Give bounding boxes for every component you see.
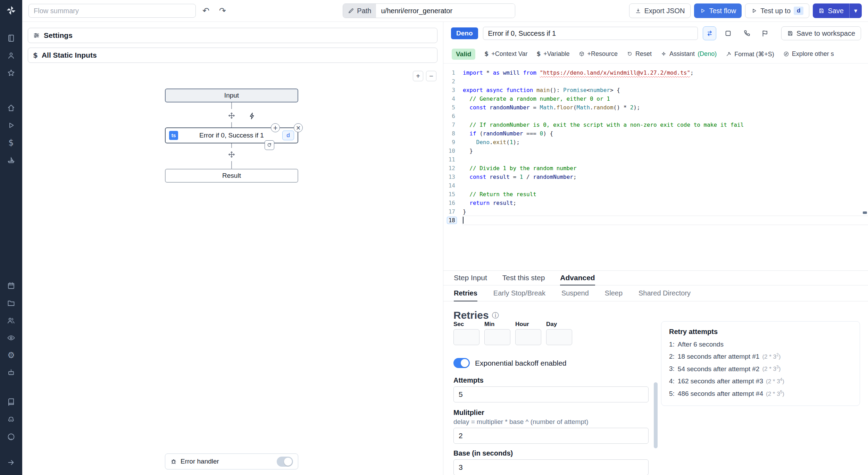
windmill-logo-icon[interactable] xyxy=(0,0,22,21)
sidebar-item-github[interactable] xyxy=(0,428,22,445)
input-node[interactable]: Input xyxy=(165,89,298,102)
all-static-inputs-bar[interactable]: $ All Static Inputs xyxy=(28,48,437,63)
play-icon xyxy=(700,8,706,14)
code-content[interactable]: import * as wmill from "https://deno.lan… xyxy=(459,68,868,270)
code-line-6[interactable] xyxy=(463,112,868,120)
code-line-10[interactable]: } xyxy=(463,147,868,155)
retry-sec-input[interactable] xyxy=(453,329,479,345)
sidebar-item-dollar[interactable]: $ xyxy=(0,134,22,151)
subtab-early-stop-break[interactable]: Early Stop/Break xyxy=(493,285,545,301)
code-line-11[interactable] xyxy=(463,155,868,164)
sidebar-item-user[interactable] xyxy=(0,47,22,64)
error-handler-toggle[interactable] xyxy=(277,457,293,467)
sidebar-item-boat[interactable] xyxy=(0,151,22,169)
time-unit-labels: SecMinHourDay xyxy=(453,321,649,328)
diff-button[interactable] xyxy=(703,26,716,40)
test-up-to-button[interactable]: Test up to d xyxy=(745,3,809,18)
save-to-workspace-button[interactable]: Save to workspace xyxy=(781,26,861,40)
step-title-input[interactable] xyxy=(483,27,698,40)
phone-icon xyxy=(743,30,750,37)
sidebar-item-calendar[interactable] xyxy=(0,277,22,294)
format-button[interactable]: Format (⌘+S) xyxy=(726,50,774,58)
exponential-backoff-toggle[interactable] xyxy=(453,358,470,368)
tab-step-input[interactable]: Step Input xyxy=(454,271,487,285)
webhook-button[interactable] xyxy=(740,26,753,40)
code-line-1[interactable]: import * as wmill from "https://deno.lan… xyxy=(463,68,868,77)
save-dropdown-button[interactable]: ▾ xyxy=(849,3,862,18)
export-json-button[interactable]: Export JSON xyxy=(629,3,691,18)
code-line-3[interactable]: export async function main(): Promise<nu… xyxy=(463,86,868,94)
code-line-9[interactable]: Deno.exit(1); xyxy=(463,138,868,147)
code-line-17[interactable]: } xyxy=(463,207,868,216)
sidebar-expand-button[interactable] xyxy=(0,454,22,471)
code-line-7[interactable]: // If randomNumber is 0, exit the script… xyxy=(463,120,868,129)
save-button[interactable]: Save xyxy=(813,3,849,18)
info-icon[interactable]: ⓘ xyxy=(492,312,499,319)
reset-button[interactable]: Reset xyxy=(627,50,652,58)
sidebar-item-users[interactable] xyxy=(0,312,22,329)
code-line-12[interactable]: // Divide 1 by the random number xyxy=(463,164,868,173)
subtab-sleep[interactable]: Sleep xyxy=(605,285,623,301)
sidebar-item-journal[interactable] xyxy=(0,30,22,47)
multiplier-input[interactable] xyxy=(453,428,649,444)
sidebar-item-robot[interactable] xyxy=(0,364,22,381)
subtab-shared-directory[interactable]: Shared Directory xyxy=(639,285,691,301)
code-line-15[interactable]: // Return the result xyxy=(463,190,868,199)
move-icon xyxy=(227,150,236,159)
sidebar-item-home[interactable] xyxy=(0,99,22,117)
sidebar-item-discord[interactable] xyxy=(0,411,22,428)
test-flow-button[interactable]: Test flow xyxy=(694,3,742,18)
flag-icon xyxy=(761,30,769,37)
add-resource-button[interactable]: +Resource xyxy=(579,50,618,58)
redo-button[interactable]: ↷ xyxy=(216,4,229,17)
code-editor[interactable]: 123456789101112131415161718 import * as … xyxy=(443,64,868,270)
sidebar-item-play[interactable] xyxy=(0,117,22,134)
sidebar-item-eye[interactable] xyxy=(0,329,22,347)
code-line-8[interactable]: if (randomNumber === 0) { xyxy=(463,129,868,138)
flag-button[interactable] xyxy=(758,26,771,40)
path-input[interactable] xyxy=(376,4,515,18)
dollar-icon: $ xyxy=(8,139,14,147)
add-variable-button[interactable]: $+Variable xyxy=(536,50,569,58)
code-line-14[interactable] xyxy=(463,181,868,190)
code-line-16[interactable]: return result; xyxy=(463,199,868,207)
sidebar-item-book[interactable] xyxy=(0,393,22,411)
subtab-retries[interactable]: Retries xyxy=(454,285,477,301)
retry-min-input[interactable] xyxy=(484,329,510,345)
assistant-button[interactable]: Assistant(Deno) xyxy=(661,50,717,58)
sidebar-item-folder[interactable] xyxy=(0,294,22,312)
retry-hour-input[interactable] xyxy=(515,329,541,345)
code-line-4[interactable]: // Generate a random number, either 0 or… xyxy=(463,94,868,103)
result-node[interactable]: Result xyxy=(165,169,298,183)
editor-scrollbar-thumb[interactable] xyxy=(863,211,867,214)
retry-day-input[interactable] xyxy=(546,329,572,345)
trigger-bolt-icon[interactable] xyxy=(246,110,258,122)
delete-step-button[interactable]: × xyxy=(294,123,303,132)
zoom-out-button[interactable]: − xyxy=(426,71,436,81)
insert-step-move-icon[interactable] xyxy=(225,109,238,122)
error-handler-bar[interactable]: Error handler xyxy=(165,453,298,469)
sidebar-item-gear[interactable]: ⚙ xyxy=(0,347,22,364)
tab-test-this-step[interactable]: Test this step xyxy=(502,271,545,285)
subtab-suspend[interactable]: Suspend xyxy=(561,285,589,301)
explore-scripts-button[interactable]: Explore other s xyxy=(783,50,834,58)
attempts-input[interactable] xyxy=(453,386,649,402)
code-line-2[interactable] xyxy=(463,77,868,86)
zoom-in-button[interactable]: + xyxy=(413,71,423,81)
flow-summary-input[interactable] xyxy=(28,4,196,18)
undo-button[interactable]: ↶ xyxy=(199,4,212,17)
base-input[interactable] xyxy=(453,459,649,475)
tab-advanced[interactable]: Advanced xyxy=(560,271,595,285)
path-chip[interactable]: Path xyxy=(343,4,376,18)
sidebar-item-star[interactable] xyxy=(0,64,22,82)
code-line-18[interactable] xyxy=(463,216,868,225)
settings-bar[interactable]: Settings xyxy=(28,28,437,43)
expand-editor-button[interactable] xyxy=(721,26,735,40)
code-line-5[interactable]: const randomNumber = Math.floor(Math.ran… xyxy=(463,103,868,112)
retry-loop-button[interactable] xyxy=(265,140,274,150)
add-branch-button[interactable]: + xyxy=(271,123,280,132)
scrollbar-thumb[interactable] xyxy=(654,382,658,448)
add-context-var-button[interactable]: $+Context Var xyxy=(484,50,527,58)
code-line-13[interactable]: const result = 1 / randomNumber; xyxy=(463,173,868,181)
insert-step-move-icon[interactable] xyxy=(225,148,238,161)
